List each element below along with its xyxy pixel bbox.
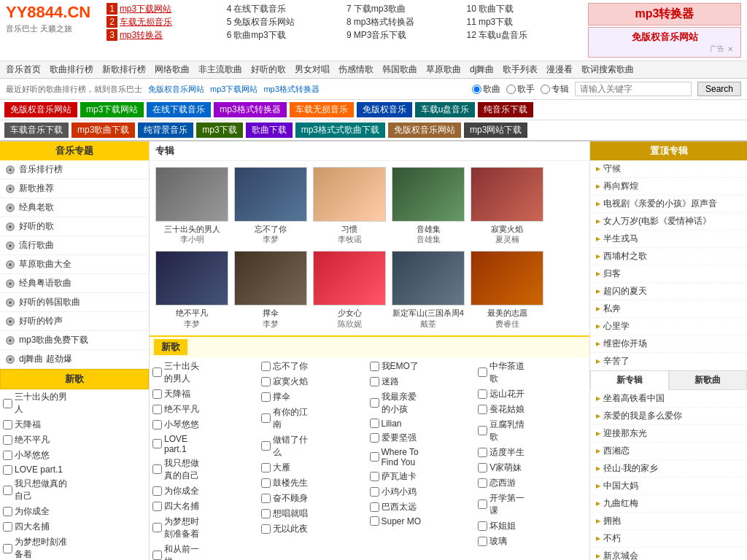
cs-check-24[interactable] xyxy=(370,419,379,428)
cs-link-39[interactable]: 坏姐姐 xyxy=(489,520,516,532)
nav-chart[interactable]: 歌曲排行榜 xyxy=(50,63,93,76)
cs-check-25[interactable] xyxy=(370,433,379,443)
nav-manga[interactable]: 漫漫看 xyxy=(546,63,573,76)
cs-link-35[interactable]: 适度半生 xyxy=(489,446,525,459)
center-song-21[interactable]: 我EMO了 xyxy=(370,359,423,374)
song-check-7[interactable] xyxy=(3,507,12,516)
link-mp3song[interactable]: mp3歌曲下载 xyxy=(71,122,135,138)
right-item-6[interactable]: 西埔村之歌 xyxy=(590,248,747,265)
cs-link-29[interactable]: 巴西太远 xyxy=(382,501,417,513)
cs-check-37[interactable] xyxy=(478,478,487,488)
cs-check-21[interactable] xyxy=(370,362,379,371)
cs-link-38[interactable]: 开学第一课 xyxy=(489,492,531,517)
right-item-3[interactable]: 电视剧《亲爱的小孩》原声音 xyxy=(590,195,747,213)
search-button[interactable]: Search xyxy=(697,82,741,96)
cs-link-1[interactable]: 三十出头的男人 xyxy=(164,360,206,385)
center-song-35[interactable]: 适度半生 xyxy=(478,445,531,460)
sidebar-item-cantonese[interactable]: 经典粤语歌曲 xyxy=(0,274,149,293)
nav-duet[interactable]: 男女对唱 xyxy=(295,63,330,76)
cs-link-12[interactable]: 寂寞火焰 xyxy=(273,376,308,388)
album-8[interactable]: 少女心 陈欣妮 xyxy=(310,248,389,332)
center-song-11[interactable]: 忘不了你 xyxy=(261,359,314,374)
cs-check-17[interactable] xyxy=(261,478,271,488)
right-link-8[interactable]: 超闪的夏天 xyxy=(603,285,647,298)
cs-link-18[interactable]: 奋不顾身 xyxy=(273,492,308,505)
song-link-6[interactable]: 我只想做真的自己 xyxy=(15,478,70,502)
song-check-4[interactable] xyxy=(3,451,12,460)
search-link-2[interactable]: mp3下载网站 xyxy=(210,84,258,95)
sidebar-item-good[interactable]: 好听的歌 xyxy=(0,217,149,236)
cs-check-39[interactable] xyxy=(478,521,487,531)
center-song-39[interactable]: 坏姐姐 xyxy=(478,518,531,534)
cs-link-24[interactable]: Lilian xyxy=(382,419,402,429)
nav-link-9[interactable]: 9MP3音乐下载 xyxy=(347,29,460,42)
nav-new-chart[interactable]: 新歌排行榜 xyxy=(102,63,146,76)
center-song-37[interactable]: 恋西游 xyxy=(478,475,531,491)
cs-check-7[interactable] xyxy=(152,486,162,496)
right-item-9[interactable]: 私奔 xyxy=(590,300,747,318)
sidebar-item-dj[interactable]: dj舞曲 超劲爆 xyxy=(0,350,149,369)
center-song-3[interactable]: 绝不平凡 xyxy=(152,402,206,417)
rnew-item-1[interactable]: 坐着高铁看中国 xyxy=(590,390,747,408)
center-song-40[interactable]: 玻璃 xyxy=(478,534,531,549)
right-link-9[interactable]: 私奔 xyxy=(603,303,621,315)
cs-link-34[interactable]: 豆腐乳情歌 xyxy=(489,419,531,443)
nav-link-3[interactable]: 3mp3转换器 xyxy=(107,29,220,42)
rnew-link-6[interactable]: 中国大妈 xyxy=(603,480,638,492)
rnew-link-2[interactable]: 亲爱的我是多么爱你 xyxy=(603,410,682,422)
song-check-5[interactable] xyxy=(3,465,12,475)
cs-link-13[interactable]: 撑伞 xyxy=(273,391,290,403)
sidebar-item-freedl[interactable]: mp3歌曲免费下载 xyxy=(0,331,149,350)
cs-check-13[interactable] xyxy=(261,392,271,402)
center-song-27[interactable]: 萨瓦迪卡 xyxy=(370,469,423,484)
center-song-29[interactable]: 巴西太远 xyxy=(370,499,423,515)
cs-check-8[interactable] xyxy=(152,502,162,511)
center-song-30[interactable]: Super MO xyxy=(370,515,423,528)
cs-link-22[interactable]: 迷路 xyxy=(382,376,399,388)
link-mp3dl[interactable]: mp3下载 xyxy=(196,122,242,138)
nav-link-5[interactable]: 5免版权音乐网站 xyxy=(227,16,341,28)
center-song-15[interactable]: 做错了什么 xyxy=(261,432,314,460)
sidebar-link-dj[interactable]: dj舞曲 超劲爆 xyxy=(19,353,72,365)
sidebar-link-ringtone[interactable]: 好听的铃声 xyxy=(19,315,63,327)
album-5[interactable]: 寂寞火焰 夏灵楠 xyxy=(468,164,546,248)
sidebar-item-classic[interactable]: 经典老歌 xyxy=(0,198,149,217)
center-song-23[interactable]: 我最亲爱的小孩 xyxy=(370,389,423,417)
rnew-item-4[interactable]: 西湘恋 xyxy=(590,443,747,460)
center-song-19[interactable]: 想唱就唱 xyxy=(261,506,314,521)
center-song-12[interactable]: 寂寞火焰 xyxy=(261,374,314,389)
center-song-2[interactable]: 天降福 xyxy=(152,386,206,402)
cs-check-11[interactable] xyxy=(261,362,271,371)
cs-link-10[interactable]: 和从前一样 xyxy=(164,543,206,560)
cs-link-30[interactable]: Super MO xyxy=(382,516,422,526)
rnew-link-4[interactable]: 西湘恋 xyxy=(603,445,630,457)
ad-close-icon[interactable]: ✕ xyxy=(727,45,733,53)
right-link-3[interactable]: 电视剧《亲爱的小孩》原声音 xyxy=(603,198,717,210)
cs-check-1[interactable] xyxy=(152,368,162,377)
song-check-6[interactable] xyxy=(3,486,12,495)
nav-home[interactable]: 音乐首页 xyxy=(6,63,41,76)
song-item-1[interactable]: 三十出头的男人 xyxy=(0,389,73,417)
nav-sad[interactable]: 伤感情歌 xyxy=(338,63,374,76)
song-check-1[interactable] xyxy=(3,399,12,408)
cs-link-5[interactable]: LOVE part.1 xyxy=(164,434,206,454)
rnew-link-7[interactable]: 九曲红梅 xyxy=(603,497,638,510)
center-song-4[interactable]: 小琴悠悠 xyxy=(152,417,206,432)
song-item-2[interactable]: 天降福 xyxy=(0,417,73,432)
link-free[interactable]: 免版权音乐 xyxy=(357,102,412,117)
cs-check-20[interactable] xyxy=(261,524,271,534)
nav-lyrics[interactable]: 歌词搜索歌曲 xyxy=(581,63,634,76)
center-song-14[interactable]: 有你的江南 xyxy=(261,405,314,432)
radio-song-input[interactable] xyxy=(472,85,481,94)
song-check-2[interactable] xyxy=(3,420,12,429)
center-song-28[interactable]: 小鸡小鸡 xyxy=(370,484,423,499)
nav-singer-list[interactable]: 歌手列表 xyxy=(503,63,538,76)
cs-check-23[interactable] xyxy=(370,398,379,408)
cs-link-8[interactable]: 四大名捕 xyxy=(164,500,199,513)
album-6[interactable]: 绝不平凡 李梦 xyxy=(152,248,231,332)
center-song-9[interactable]: 为梦想时刻准备着 xyxy=(152,514,206,542)
cs-check-40[interactable] xyxy=(478,537,487,546)
cs-link-28[interactable]: 小鸡小鸡 xyxy=(382,486,417,498)
song-link-8[interactable]: 四大名捕 xyxy=(15,521,50,533)
right-link-10[interactable]: 心里学 xyxy=(603,320,630,332)
